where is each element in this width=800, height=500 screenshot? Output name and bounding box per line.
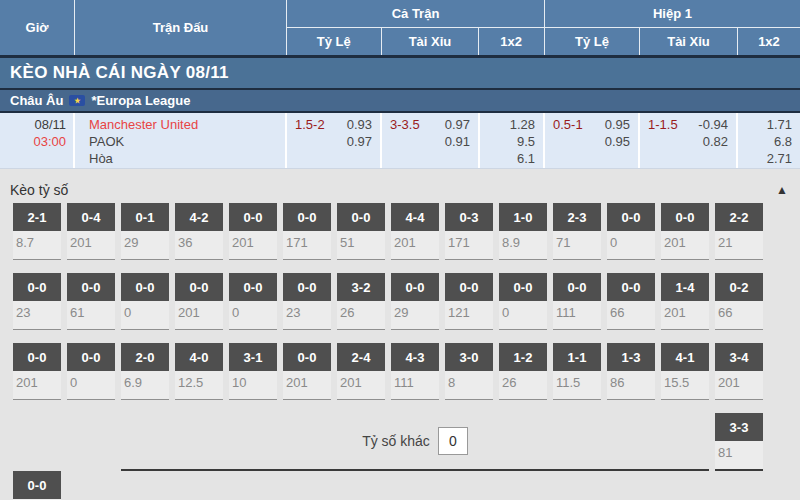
score-label: 0-0: [661, 203, 709, 231]
score-label: 0-4: [67, 203, 115, 231]
score-odds-cell[interactable]: 0-00: [121, 273, 169, 330]
score-odds-value: 29: [121, 231, 169, 252]
score-odds-cell[interactable]: 4-3111: [391, 343, 439, 400]
score-label: 4-3: [391, 343, 439, 371]
score-odds-value: 23: [13, 301, 61, 322]
score-section-header: Kèo tỷ số ▲: [0, 176, 800, 203]
half-1x2-draw-odds[interactable]: 6.8: [738, 133, 792, 150]
full-1x2-draw-odds[interactable]: 9.5: [480, 133, 535, 150]
score-odds-value: 201: [661, 301, 709, 322]
score-odds-cell[interactable]: 4-4201: [391, 203, 439, 260]
score-odds-cell[interactable]: 0-3171: [445, 203, 493, 260]
chevron-up-icon[interactable]: ▲: [776, 183, 788, 197]
score-odds-cell[interactable]: 2-06.9: [121, 343, 169, 400]
other-score-cell: Tỷ số khác 0: [121, 413, 709, 471]
score-odds-cell[interactable]: 1-111.5: [553, 343, 601, 400]
score-odds-cell[interactable]: 0-0111: [553, 273, 601, 330]
score-odds-cell[interactable]: 2-18.7: [13, 203, 61, 260]
score-odds-value: 15.5: [661, 371, 709, 392]
score-odds-cell[interactable]: 0-00: [67, 343, 115, 400]
score-odds-cell[interactable]: 4-115.5: [661, 343, 709, 400]
half-under-odds[interactable]: 0.82: [698, 133, 728, 150]
score-odds-cell[interactable]: 3-4201: [715, 343, 763, 400]
score-odds-value: 201: [337, 371, 385, 392]
score-odds-value: 0: [607, 231, 655, 252]
score-odds-cell[interactable]: 0-129: [121, 203, 169, 260]
score-odds-cell[interactable]: 4-236: [175, 203, 223, 260]
score-label: 0-0: [283, 343, 331, 371]
score-odds-cell[interactable]: 0-029: [391, 273, 439, 330]
full-1x2-away-odds[interactable]: 6.1: [480, 150, 535, 167]
full-handicap-cell: 1.5-2 0.93 0.97: [287, 113, 382, 168]
score-odds-cell[interactable]: 3-226: [337, 273, 385, 330]
score-odds-cell[interactable]: 1-4201: [661, 273, 709, 330]
score-odds-cell[interactable]: 0-023: [283, 273, 331, 330]
score-label: 0-0: [337, 203, 385, 231]
score-odds-cell[interactable]: 3-381: [715, 413, 763, 471]
half-handicap-home-odds[interactable]: 0.95: [605, 116, 630, 133]
score-grid-row-last: Tỷ số khác 0 3-3810-0131: [0, 413, 800, 500]
league-name[interactable]: *Europa League: [91, 93, 190, 108]
home-team-name[interactable]: Manchester United: [89, 116, 285, 133]
score-odds-value: 0: [499, 301, 547, 322]
score-odds-cell[interactable]: 0-0201: [661, 203, 709, 260]
score-label: 0-1: [121, 203, 169, 231]
score-odds-cell[interactable]: 0-00: [499, 273, 547, 330]
score-odds-value: 201: [661, 231, 709, 252]
score-odds-cell[interactable]: 2-4201: [337, 343, 385, 400]
score-odds-cell[interactable]: 0-0171: [283, 203, 331, 260]
half-over-odds[interactable]: -0.94: [698, 116, 728, 133]
score-odds-cell[interactable]: 0-0201: [175, 273, 223, 330]
score-odds-cell[interactable]: 1-226: [499, 343, 547, 400]
score-label: 0-0: [391, 273, 439, 301]
score-odds-value: 201: [229, 231, 277, 252]
score-odds-cell[interactable]: 0-023: [13, 273, 61, 330]
score-label: 2-0: [121, 343, 169, 371]
score-label: 3-2: [337, 273, 385, 301]
score-odds-cell[interactable]: 1-08.9: [499, 203, 547, 260]
score-odds-value: 121: [445, 301, 493, 322]
score-odds-cell[interactable]: 3-08: [445, 343, 493, 400]
score-odds-value: 0: [229, 301, 277, 322]
score-odds-cell[interactable]: 0-061: [67, 273, 115, 330]
match-row: 08/11 03:00 Manchester United PAOK Hòa 1…: [0, 113, 800, 169]
full-1x2-home-odds[interactable]: 1.28: [480, 116, 535, 133]
score-odds-cell[interactable]: 3-110: [229, 343, 277, 400]
score-odds-cell[interactable]: 0-051: [337, 203, 385, 260]
score-odds-value: 12.5: [175, 371, 223, 392]
full-handicap-home-odds[interactable]: 0.93: [347, 116, 372, 133]
half-handicap-away-odds[interactable]: 0.95: [605, 133, 630, 150]
score-odds-cell[interactable]: 0-00: [607, 203, 655, 260]
full-overunder-line: 3-3.5: [390, 116, 420, 168]
score-odds-value: 71: [553, 231, 601, 252]
score-section-title: Kèo tỷ số: [10, 182, 68, 198]
score-label: 0-0: [607, 273, 655, 301]
score-odds-cell[interactable]: 0-0201: [13, 343, 61, 400]
score-label: 2-4: [337, 343, 385, 371]
score-odds-cell[interactable]: 0-4201: [67, 203, 115, 260]
subheader-half-overunder: Tài Xỉu: [640, 28, 738, 55]
score-odds-cell[interactable]: 0-00: [229, 273, 277, 330]
score-odds-cell[interactable]: 0-266: [715, 273, 763, 330]
score-odds-cell[interactable]: 0-0121: [445, 273, 493, 330]
other-score-input[interactable]: 0: [438, 427, 468, 455]
league-bar[interactable]: Châu Âu ★ *Europa League: [0, 90, 800, 113]
full-over-odds[interactable]: 0.97: [445, 116, 470, 133]
score-odds-cell[interactable]: 0-0201: [229, 203, 277, 260]
score-label: 0-0: [121, 273, 169, 301]
score-odds-cell[interactable]: 0-0201: [283, 343, 331, 400]
half-1x2-away-odds[interactable]: 2.71: [738, 150, 792, 167]
full-under-odds[interactable]: 0.91: [445, 133, 470, 150]
score-odds-cell[interactable]: 4-012.5: [175, 343, 223, 400]
score-odds-cell[interactable]: 1-386: [607, 343, 655, 400]
score-odds-cell[interactable]: 2-221: [715, 203, 763, 260]
score-odds-cell[interactable]: 0-0131: [13, 471, 61, 500]
away-team-name[interactable]: PAOK: [89, 133, 285, 150]
score-odds-cell[interactable]: 0-066: [607, 273, 655, 330]
subheader-full-1x2: 1x2: [479, 28, 544, 55]
half-1x2-home-odds[interactable]: 1.71: [738, 116, 792, 133]
score-odds-cell[interactable]: 2-371: [553, 203, 601, 260]
score-label: 0-0: [499, 273, 547, 301]
score-label: 1-1: [553, 343, 601, 371]
full-handicap-away-odds[interactable]: 0.97: [347, 133, 372, 150]
